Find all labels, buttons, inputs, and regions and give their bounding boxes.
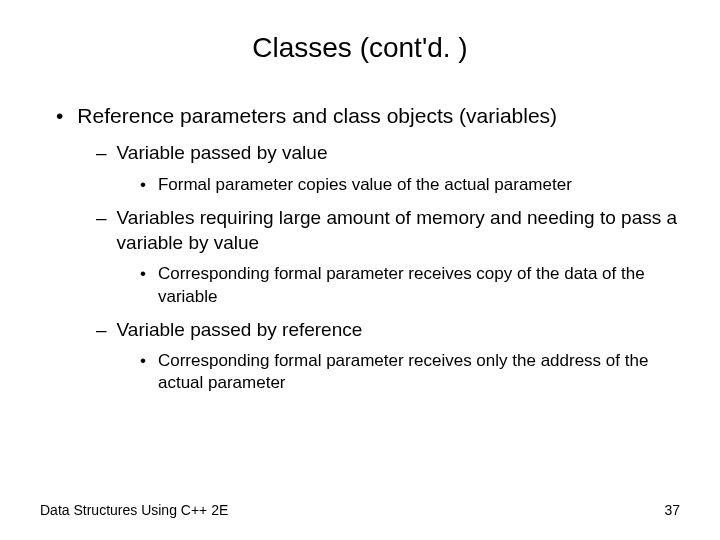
bullet-level-2: – Variables requiring large amount of me… — [96, 206, 680, 255]
bullet-dash-icon: – — [96, 141, 107, 166]
footer-left: Data Structures Using C++ 2E — [40, 502, 228, 518]
bullet-dot-icon: • — [140, 350, 146, 372]
bullet-dash-icon: – — [96, 318, 107, 343]
footer-page-number: 37 — [664, 502, 680, 518]
bullet-text: Variable passed by value — [117, 141, 328, 166]
bullet-level-3: • Formal parameter copies value of the a… — [140, 174, 680, 196]
slide-title: Classes (cont'd. ) — [40, 32, 680, 64]
bullet-level-2: – Variable passed by value — [96, 141, 680, 166]
bullet-level-2: – Variable passed by reference — [96, 318, 680, 343]
bullet-dot-icon: • — [140, 263, 146, 285]
bullet-dot-icon: • — [140, 174, 146, 196]
bullet-text: Variable passed by reference — [117, 318, 363, 343]
bullet-dash-icon: – — [96, 206, 107, 231]
bullet-text: Formal parameter copies value of the act… — [158, 174, 572, 196]
bullet-text: Variables requiring large amount of memo… — [117, 206, 680, 255]
bullet-level-3: • Corresponding formal parameter receive… — [140, 263, 680, 307]
footer: Data Structures Using C++ 2E 37 — [40, 502, 680, 518]
bullet-text: Corresponding formal parameter receives … — [158, 350, 680, 394]
bullet-text: Corresponding formal parameter receives … — [158, 263, 680, 307]
slide-content: • Reference parameters and class objects… — [40, 102, 680, 395]
bullet-dot-icon: • — [56, 102, 63, 129]
bullet-level-1: • Reference parameters and class objects… — [52, 102, 680, 129]
bullet-text: Reference parameters and class objects (… — [77, 102, 557, 129]
slide: Classes (cont'd. ) • Reference parameter… — [0, 0, 720, 540]
bullet-level-3: • Corresponding formal parameter receive… — [140, 350, 680, 394]
